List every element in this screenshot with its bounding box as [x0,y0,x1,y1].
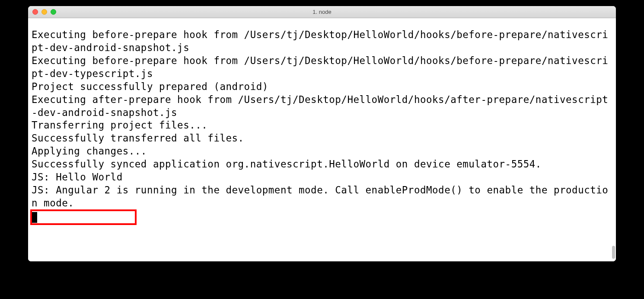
terminal-body[interactable]: Executing before-prepare hook from /User… [28,18,616,261]
terminal-line: Transferring project files... [32,119,612,132]
terminal-line: Executing before-prepare hook from /User… [32,29,612,55]
cursor [32,210,612,223]
terminal-line: Successfully transferred all files. [32,132,612,145]
terminal-line: JS: Angular 2 is running in the developm… [32,184,612,210]
scrollbar-thumb[interactable] [612,246,615,259]
terminal-window: 1. node Executing before-prepare hook fr… [28,6,616,261]
close-icon[interactable] [32,9,38,15]
terminal-line: Executing before-prepare hook from /User… [32,55,612,80]
minimize-icon[interactable] [41,9,47,15]
terminal-line: Successfully synced application org.nati… [32,158,612,171]
terminal-line: Executing after-prepare hook from /Users… [32,93,612,119]
titlebar[interactable]: 1. node [28,6,616,18]
terminal-line: Applying changes... [32,145,612,158]
maximize-icon[interactable] [51,9,56,15]
traffic-lights [28,9,56,15]
window-title: 1. node [28,9,616,15]
terminal-line: JS: Hello World [32,171,612,184]
terminal-line: Project successfully prepared (android) [32,80,612,93]
